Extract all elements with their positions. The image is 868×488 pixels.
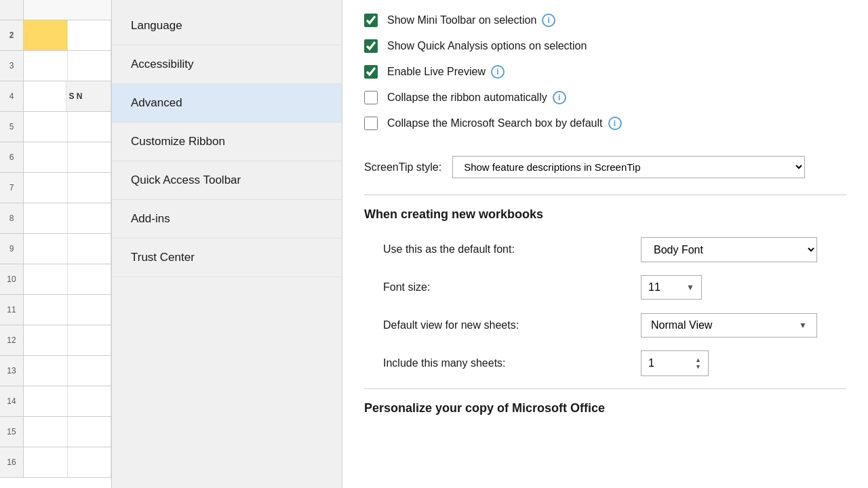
sheets-count-label: Include this many sheets: xyxy=(383,357,641,369)
quick-analysis-row: Show Quick Analysis options on selection xyxy=(364,39,846,53)
default-font-control: Body Font xyxy=(641,237,817,262)
sheet-row: 7 xyxy=(0,173,111,203)
sheet-cell[interactable] xyxy=(24,20,68,50)
spinner-arrows[interactable]: ▲ ▼ xyxy=(695,357,701,370)
sidebar-item-advanced[interactable]: Advanced xyxy=(112,84,342,123)
collapse-search-row: Collapse the Microsoft Search box by def… xyxy=(364,117,846,130)
default-view-control: Normal View ▼ xyxy=(641,313,817,338)
collapse-search-label: Collapse the Microsoft Search box by def… xyxy=(387,117,603,129)
sheet-row: 6 xyxy=(0,142,111,173)
sheet-cell[interactable] xyxy=(68,112,112,142)
screentip-row: ScreenTip style: Show feature descriptio… xyxy=(364,156,846,178)
sheet-row: 10 xyxy=(0,264,111,295)
sheet-cell[interactable] xyxy=(24,203,68,233)
sheets-count-spinner: 1 ▲ ▼ xyxy=(641,350,709,376)
spinner-up-arrow[interactable]: ▲ xyxy=(695,357,701,363)
personalize-section-header: Personalize your copy of Microsoft Offic… xyxy=(364,388,846,422)
screentip-dropdown[interactable]: Show feature descriptions in ScreenTip xyxy=(452,156,805,178)
spinner-down-arrow[interactable]: ▼ xyxy=(695,363,701,370)
font-size-dropdown[interactable]: 11 ▼ xyxy=(641,275,702,300)
sheet-cell[interactable] xyxy=(68,295,112,325)
live-preview-checkbox[interactable] xyxy=(364,65,378,79)
sheet-cell[interactable] xyxy=(24,325,68,355)
sheet-row: 4 S N xyxy=(0,81,111,112)
sheet-cell[interactable] xyxy=(68,417,112,447)
sheet-cell[interactable] xyxy=(24,356,68,386)
sheet-cell[interactable] xyxy=(24,51,68,81)
sheet-cell[interactable] xyxy=(24,173,68,203)
live-preview-label: Enable Live Preview xyxy=(387,66,486,78)
sheet-cell[interactable] xyxy=(24,234,68,264)
row-num-header xyxy=(0,0,24,20)
sidebar-item-language[interactable]: Language xyxy=(112,7,342,45)
collapse-ribbon-row: Collapse the ribbon automatically i xyxy=(364,91,846,104)
sidebar-item-quick-access-toolbar[interactable]: Quick Access Toolbar xyxy=(112,161,342,200)
sheet-cell[interactable] xyxy=(24,386,68,416)
row-number: 14 xyxy=(0,386,24,416)
sheet-cell[interactable] xyxy=(24,142,68,172)
row-number: 7 xyxy=(0,173,24,203)
collapse-ribbon-checkbox[interactable] xyxy=(364,91,378,104)
row-number: 13 xyxy=(0,356,24,386)
font-size-dropdown-arrow: ▼ xyxy=(686,283,694,292)
sheet-cell[interactable] xyxy=(68,20,112,50)
sheet-row: 15 xyxy=(0,417,111,447)
row-number: 3 xyxy=(0,51,24,81)
sheet-cell[interactable]: S N xyxy=(66,81,112,111)
row-number: 10 xyxy=(0,264,24,294)
live-preview-info-icon[interactable]: i xyxy=(491,65,505,79)
sheet-cell[interactable] xyxy=(68,142,112,172)
collapse-search-info-icon[interactable]: i xyxy=(608,117,622,130)
sheet-row: 2 xyxy=(0,20,111,51)
row-number: 8 xyxy=(0,203,24,233)
collapse-ribbon-info-icon[interactable]: i xyxy=(553,91,566,104)
collapse-ribbon-label: Collapse the ribbon automatically xyxy=(387,92,547,104)
font-size-label: Font size: xyxy=(383,281,641,293)
default-view-dropdown[interactable]: Normal View ▼ xyxy=(641,313,817,338)
sheet-rows: 2 3 4 S N 5 6 7 8 9 10 11 xyxy=(0,20,111,478)
mini-toolbar-label: Show Mini Toolbar on selection xyxy=(387,14,536,26)
sidebar-item-trust-center[interactable]: Trust Center xyxy=(112,239,342,277)
sheet-cell[interactable] xyxy=(68,356,112,386)
row-number: 5 xyxy=(0,112,24,142)
row-number: 6 xyxy=(0,142,24,172)
main-content-area: Show Mini Toolbar on selection i Show Qu… xyxy=(342,0,868,488)
sheet-cell[interactable] xyxy=(68,264,112,294)
sheet-row: 8 xyxy=(0,203,111,234)
sheet-row: 3 xyxy=(0,51,111,81)
sheet-cell[interactable] xyxy=(68,173,112,203)
sheets-count-control: 1 ▲ ▼ xyxy=(641,350,709,376)
font-size-value: 11 xyxy=(648,281,660,293)
sheet-cell[interactable] xyxy=(24,81,66,111)
sidebar-item-add-ins[interactable]: Add-ins xyxy=(112,200,342,239)
row-number: 12 xyxy=(0,325,24,355)
default-view-value: Normal View xyxy=(651,319,712,331)
mini-toolbar-info-icon[interactable]: i xyxy=(542,14,555,27)
sheet-cell[interactable] xyxy=(24,417,68,447)
sheet-cell[interactable] xyxy=(24,447,68,477)
sheet-cell[interactable] xyxy=(24,295,68,325)
mini-toolbar-checkbox[interactable] xyxy=(364,14,378,27)
font-size-row: Font size: 11 ▼ xyxy=(383,274,846,300)
collapse-search-checkbox[interactable] xyxy=(364,117,378,130)
default-font-dropdown[interactable]: Body Font xyxy=(641,237,817,262)
sheet-row: 9 xyxy=(0,234,111,264)
sheet-cell[interactable] xyxy=(68,386,112,416)
new-workbooks-section-header: When creating new workbooks xyxy=(364,195,846,228)
sheet-cell[interactable] xyxy=(68,203,112,233)
sheet-cell[interactable] xyxy=(68,447,112,477)
sheet-cell[interactable] xyxy=(68,325,112,355)
sheet-cell[interactable] xyxy=(24,112,68,142)
default-font-label: Use this as the default font: xyxy=(383,243,641,256)
row-number: 11 xyxy=(0,295,24,325)
sheet-cell[interactable] xyxy=(68,51,112,81)
sheet-cell[interactable] xyxy=(68,234,112,264)
mini-toolbar-row: Show Mini Toolbar on selection i xyxy=(364,14,846,27)
sheet-cell[interactable] xyxy=(24,264,68,294)
sidebar-item-customize-ribbon[interactable]: Customize Ribbon xyxy=(112,123,342,161)
sheets-count-value: 1 xyxy=(648,357,654,369)
sidebar-item-accessibility[interactable]: Accessibility xyxy=(112,45,342,84)
quick-analysis-checkbox[interactable] xyxy=(364,39,378,53)
sheet-row: 13 xyxy=(0,356,111,386)
sheet-row: 16 xyxy=(0,447,111,478)
